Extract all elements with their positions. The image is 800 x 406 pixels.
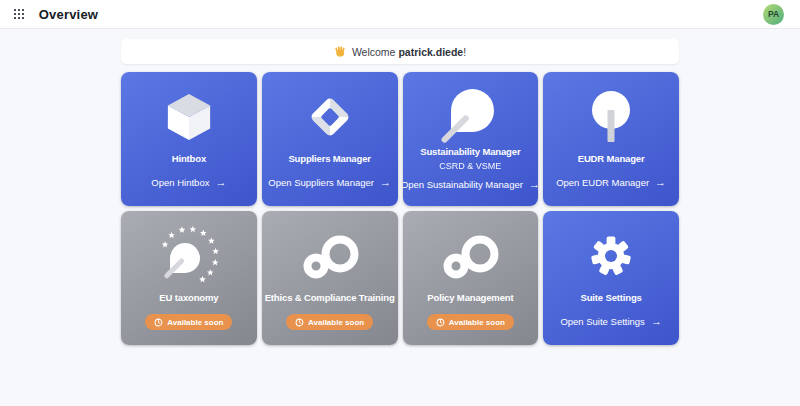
card-ethics-compliance-training: Ethics & Compliance Training Available s… [262,211,398,345]
card-title: Ethics & Compliance Training [265,292,395,303]
page-title: Overview [39,7,98,22]
card-title: EU taxonomy [159,292,218,303]
card-hintbox[interactable]: Hintbox Open Hintbox → [121,72,257,206]
card-suppliers-manager[interactable]: Suppliers Manager Open Suppliers Manager… [262,72,398,206]
card-title: Suite Settings [581,292,642,303]
welcome-text: Welcome patrick.diede! [352,46,466,58]
card-title: Sustainability Manager [420,146,520,157]
available-soon-badge: Available soon [145,314,232,330]
arrow-right-icon: → [215,177,226,188]
card-title: Policy Management [427,292,513,303]
card-title: EUDR Manager [578,153,645,164]
open-suppliers-manager-link[interactable]: Open Suppliers Manager → [268,177,391,188]
arrow-right-icon: → [380,177,391,188]
avatar[interactable]: PA [763,4,784,25]
open-suite-settings-link[interactable]: Open Suite Settings → [560,316,662,327]
loop-icon [299,220,361,292]
card-eudr-manager[interactable]: EUDR Manager Open EUDR Manager → [543,72,679,206]
cube-icon [164,81,214,153]
gear-icon [587,220,635,292]
card-policy-management: Policy Management Available soon [403,211,539,345]
card-title: Hintbox [172,153,206,164]
open-eudr-manager-link[interactable]: Open EUDR Manager → [556,177,666,188]
card-suite-settings[interactable]: Suite Settings Open Suite Settings → [543,211,679,345]
apps-grid-icon[interactable] [14,9,24,19]
arrow-right-icon: → [651,316,662,327]
diamond-icon [303,81,357,153]
arrow-right-icon: → [655,177,666,188]
open-sustainability-manager-link[interactable]: Open Sustainability Manager → [403,179,539,190]
card-sustainability-manager[interactable]: Sustainability Manager CSRD & VSME Open … [403,72,539,206]
card-eu-taxonomy: EU taxonomy Available soon [121,211,257,345]
top-bar: Overview PA [0,0,800,29]
waving-hand-icon [334,45,347,58]
app-card-grid: Hintbox Open Hintbox → [121,72,679,345]
card-title: Suppliers Manager [288,153,370,164]
tree-icon [583,81,639,153]
available-soon-badge: Available soon [286,314,373,330]
loop-icon [439,220,501,292]
leaf-eu-stars-icon [157,220,221,292]
open-hintbox-link[interactable]: Open Hintbox → [151,177,226,188]
available-soon-badge: Available soon [427,314,514,330]
card-subtitle: CSRD & VSME [439,161,501,171]
welcome-banner: Welcome patrick.diede! [121,39,679,64]
clock-icon [154,318,163,327]
clock-icon [436,318,445,327]
arrow-right-icon: → [529,179,538,190]
leaf-icon [442,80,498,146]
clock-icon [295,318,304,327]
username: patrick.diede [398,46,463,58]
